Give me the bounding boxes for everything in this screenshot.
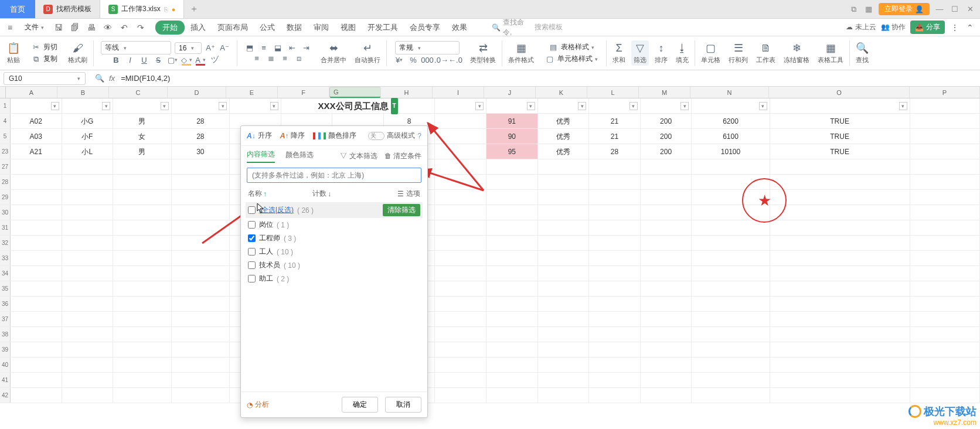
bold-icon[interactable]: B (111, 55, 121, 65)
cell[interactable] (910, 144, 980, 159)
cell[interactable] (770, 159, 910, 174)
cell[interactable] (486, 266, 538, 281)
cell[interactable] (589, 159, 641, 174)
sum-button[interactable]: Σ求和 (610, 41, 628, 66)
menu-tab-layout[interactable]: 页面布局 (212, 20, 254, 35)
align-left-icon[interactable]: ≡ (251, 53, 262, 64)
cell[interactable]: 200 (641, 144, 692, 159)
col-header[interactable]: K (536, 87, 587, 98)
col-header[interactable]: N (690, 87, 769, 98)
number-format-select[interactable]: 常规▾ (395, 41, 460, 55)
fmt-painter-button[interactable]: 🖌格式刷 (66, 41, 90, 66)
filter-button[interactable]: ▽筛选 (631, 40, 649, 66)
checkbox[interactable] (248, 221, 256, 229)
advanced-toggle[interactable]: 高级模式 ? (368, 131, 421, 141)
cell[interactable] (486, 190, 538, 205)
row-header[interactable]: 27 (0, 159, 11, 174)
cell[interactable] (486, 251, 538, 265)
cell[interactable] (172, 266, 230, 281)
cell[interactable] (11, 342, 62, 357)
checkbox[interactable] (248, 234, 256, 242)
title-cell[interactable]: XXX公司员工信息 T (281, 98, 435, 113)
cell[interactable] (113, 98, 172, 113)
cell[interactable] (770, 205, 910, 220)
cell[interactable] (486, 98, 538, 113)
cell[interactable] (770, 297, 910, 311)
cell[interactable] (589, 98, 641, 113)
layout-icon[interactable]: ⧉ (848, 5, 859, 14)
col-header[interactable]: B (57, 87, 109, 98)
cell[interactable] (770, 281, 910, 296)
row-header[interactable]: 36 (0, 297, 11, 311)
cell[interactable] (589, 388, 641, 403)
cell[interactable] (692, 281, 770, 296)
cell[interactable] (692, 236, 770, 250)
cell[interactable] (62, 251, 114, 265)
cell[interactable] (113, 220, 172, 235)
cell[interactable]: 28 (172, 114, 230, 128)
cell[interactable] (538, 281, 590, 296)
cell[interactable] (11, 312, 62, 326)
row-header[interactable]: 38 (0, 327, 11, 342)
fill-color-icon[interactable]: ◇▾ (181, 55, 192, 65)
cell[interactable] (62, 281, 114, 296)
cell[interactable] (770, 312, 910, 326)
find-button[interactable]: 🔍查找 (853, 40, 871, 66)
table-tool-button[interactable]: ▦表格工具 (815, 40, 846, 66)
cell[interactable]: 28 (589, 144, 641, 159)
cell[interactable] (910, 114, 980, 128)
cell[interactable] (62, 358, 114, 372)
cell[interactable] (486, 205, 538, 220)
cell[interactable] (538, 266, 590, 281)
cell[interactable]: 10100 (692, 144, 770, 159)
cell[interactable] (486, 388, 538, 403)
font-color-icon[interactable]: A▾ (195, 55, 206, 65)
login-button[interactable]: 立即登录 👤 (879, 3, 930, 15)
cell[interactable] (692, 312, 770, 326)
align-center-icon[interactable]: ≣ (266, 53, 276, 64)
align-mid-icon[interactable]: ≡ (258, 43, 269, 53)
corner[interactable] (0, 87, 6, 98)
cell[interactable] (11, 205, 62, 220)
row-header[interactable]: 5 (0, 129, 11, 144)
cell[interactable] (435, 373, 486, 387)
cell[interactable] (641, 205, 692, 220)
filter-item[interactable]: 技术员 ( 10 ) (248, 258, 420, 272)
print-icon[interactable]: 🖶 (86, 23, 97, 32)
cell[interactable] (589, 175, 641, 189)
cell[interactable] (486, 281, 538, 296)
cell[interactable] (910, 129, 980, 144)
cell[interactable] (770, 266, 910, 281)
cell[interactable] (910, 251, 980, 265)
cell[interactable] (538, 297, 590, 311)
cell[interactable] (538, 236, 590, 250)
cell[interactable] (641, 190, 692, 205)
cell[interactable] (589, 342, 641, 357)
currency-icon[interactable]: ¥▾ (394, 55, 404, 65)
col-header[interactable]: H (381, 87, 433, 98)
cell[interactable] (770, 236, 910, 250)
cell[interactable] (770, 373, 910, 387)
more-icon[interactable]: ⋮ (950, 23, 960, 32)
col-header[interactable]: I (433, 87, 484, 98)
tab-home[interactable]: 首页 (0, 0, 35, 18)
border-icon[interactable]: ▢▾ (167, 55, 178, 65)
minimize-icon[interactable]: — (934, 5, 945, 13)
table-style-button[interactable]: ▤表格样式▾ (547, 42, 596, 53)
options-button[interactable]: ☰ 选项 (397, 189, 420, 199)
cell[interactable] (641, 251, 692, 265)
cell[interactable] (435, 220, 486, 235)
cell[interactable] (435, 342, 486, 357)
cell[interactable] (62, 190, 114, 205)
ok-button[interactable]: 确定 (342, 397, 378, 413)
cell[interactable] (486, 236, 538, 250)
cell[interactable] (435, 312, 486, 326)
col-header[interactable]: E (226, 87, 278, 98)
cell[interactable] (486, 175, 538, 189)
cell[interactable] (641, 312, 692, 326)
cell[interactable] (172, 342, 230, 357)
cell[interactable] (11, 190, 62, 205)
cell[interactable] (641, 342, 692, 357)
cell[interactable] (538, 159, 590, 174)
cell[interactable] (113, 342, 172, 357)
